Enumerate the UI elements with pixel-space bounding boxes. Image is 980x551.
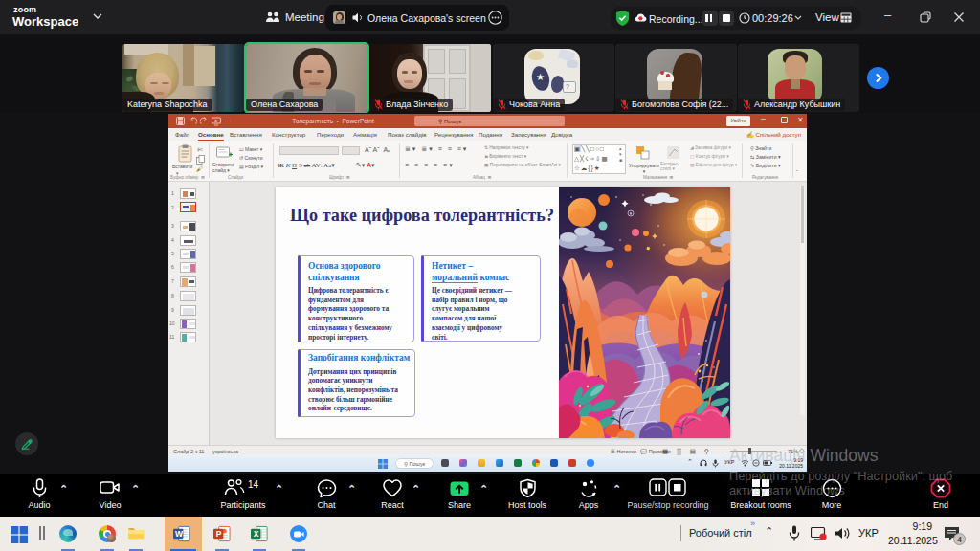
svg-text:X: X <box>254 529 259 539</box>
svg-text:W: W <box>175 529 184 539</box>
svg-text:14: 14 <box>248 479 259 490</box>
svg-text:P: P <box>216 529 222 539</box>
